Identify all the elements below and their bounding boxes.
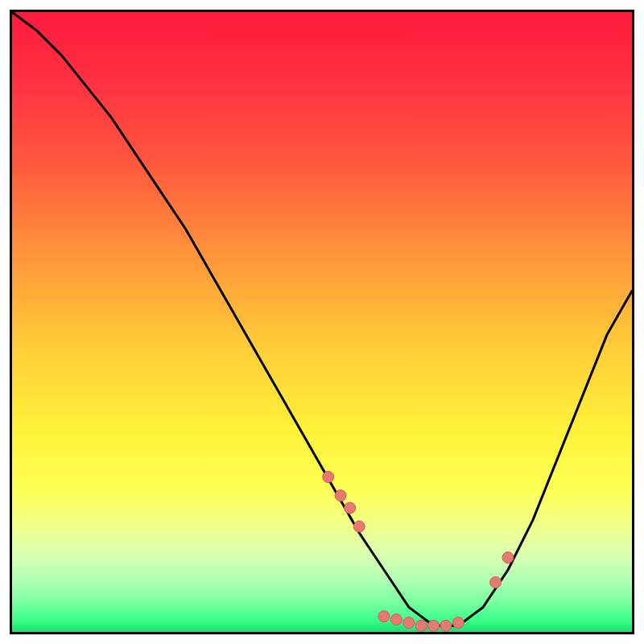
highlight-dot [415,620,427,631]
highlight-dot [345,502,356,514]
highlight-dot [452,617,464,629]
highlight-dot [440,620,452,631]
highlight-dot [502,552,514,564]
highlight-dot [428,620,440,631]
watermark-text: TheBottleneck.com [510,10,632,14]
highlight-dot [403,617,415,629]
highlight-dot [490,576,502,588]
highlight-dot [378,611,390,622]
chart-border: TheBottleneck.com [10,10,634,634]
highlight-dot [335,490,346,502]
chart-frame: TheBottleneck.com [0,0,644,644]
highlight-dot [390,614,402,625]
highlight-dot [353,521,365,532]
bottleneck-curve [12,12,632,632]
highlight-dot [323,472,334,483]
